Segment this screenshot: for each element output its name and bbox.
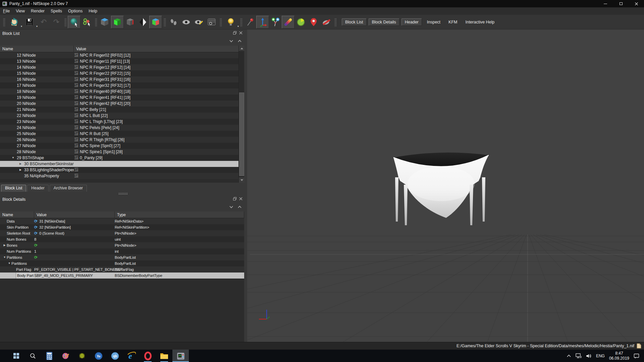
- show-bones-icon[interactable]: [282, 16, 294, 28]
- toolbar-handle[interactable]: [95, 18, 97, 26]
- save-file-icon[interactable]: ▾: [22, 16, 37, 28]
- scroll-up-button[interactable]: [239, 46, 245, 51]
- close-panel-icon[interactable]: [239, 31, 243, 35]
- dropdown-caret-icon[interactable]: ▾: [237, 25, 239, 28]
- block-list-row[interactable]: ▶30 BSDismemberSkinInstance: [0, 161, 244, 167]
- show-hidden-icon[interactable]: [180, 16, 193, 28]
- show-nodes-icon[interactable]: [269, 16, 282, 28]
- expand-icon[interactable]: ▶: [17, 161, 24, 167]
- expand-icon[interactable]: ▶: [2, 242, 7, 248]
- silhouette-icon[interactable]: [320, 16, 333, 28]
- detail-row[interactable]: ▼Partitions⟳BodyPartList: [0, 254, 244, 260]
- taskbar-qbittorrent-icon[interactable]: qb: [107, 350, 123, 362]
- chevron-down-icon[interactable]: [229, 40, 233, 43]
- block-list-row[interactable]: 20 NiNodeTxtNPC R Finger42 [RF42] [20]: [0, 101, 244, 107]
- detail-row[interactable]: Skeleton Root⟳0 (Scene Root)Ptr<NiNode>: [0, 230, 244, 236]
- collapse-icon[interactable]: ▼: [2, 254, 7, 260]
- open-file-icon[interactable]: ▾: [6, 16, 22, 28]
- view-flip-icon[interactable]: [137, 16, 149, 28]
- scroll-down-button[interactable]: [239, 177, 245, 183]
- language-indicator[interactable]: ENG: [596, 354, 605, 358]
- scroll-thumb[interactable]: [239, 93, 244, 176]
- toolbar-handle[interactable]: [163, 18, 166, 26]
- toolbar-button-inspect[interactable]: Inspect: [424, 19, 443, 25]
- block-list-row[interactable]: 15 NiNodeTxtNPC R Finger22 [RF22] [15]: [0, 70, 244, 76]
- column-header-name[interactable]: Name: [0, 46, 74, 52]
- block-list-row[interactable]: 22 NiNodeTxtNPC L Butt [22]: [0, 113, 244, 119]
- walk-mode-icon[interactable]: [167, 16, 180, 28]
- taskbar-opera-icon[interactable]: [140, 350, 156, 362]
- detail-row[interactable]: Part FlagPF_EDITOR_VISIBLE | PF_START_NE…: [0, 266, 244, 273]
- tab-header[interactable]: Header: [27, 185, 48, 192]
- viewport-3d[interactable]: [247, 29, 644, 342]
- detail-row[interactable]: Skin Partition⟳32 [NiSkinPartition]Ref<N…: [0, 224, 244, 230]
- redo-icon[interactable]: ↷: [50, 16, 63, 28]
- block-list-row[interactable]: 28 NiNodeTxtNPC Spine1 [Spn1] [28]: [0, 149, 244, 155]
- action-center-icon[interactable]: [634, 353, 639, 359]
- menu-item-options[interactable]: Options: [65, 7, 86, 15]
- view-top-icon[interactable]: [98, 16, 111, 28]
- toolbar-handle[interactable]: [64, 18, 66, 26]
- toolbar-button-block-list[interactable]: Block List: [342, 18, 367, 26]
- collapse-icon[interactable]: ▼: [9, 155, 17, 161]
- close-button[interactable]: [629, 0, 644, 7]
- start-button[interactable]: [8, 350, 24, 362]
- menu-item-help[interactable]: Help: [86, 7, 100, 15]
- detail-row[interactable]: Num Partitions1int: [0, 248, 244, 254]
- collapse-icon[interactable]: ▼: [7, 260, 11, 266]
- taskbar-internet-explorer-icon[interactable]: e: [123, 350, 140, 362]
- detail-row[interactable]: Data⟳31 [NiSkinData]Ref<NiSkinData>: [0, 218, 244, 224]
- block-list-row[interactable]: ▼29 BSTriShapeTxt0_Panty [29]: [0, 155, 244, 161]
- show-markers-icon[interactable]: [307, 16, 320, 28]
- restore-button[interactable]: [613, 0, 629, 7]
- show-axes-icon[interactable]: [256, 16, 269, 28]
- detail-row[interactable]: Num Bones8uint: [0, 236, 244, 242]
- block-list-row[interactable]: 17 NiNodeTxtNPC R Finger32 [RF32] [17]: [0, 82, 244, 88]
- panel-splitter-handle[interactable]: [118, 193, 128, 195]
- menu-item-spells[interactable]: Spells: [48, 7, 65, 15]
- pick-object-icon[interactable]: [68, 16, 80, 28]
- block-list-row[interactable]: 24 NiNodeTxtNPC Pelvis [Pelv] [24]: [0, 125, 244, 131]
- tray-chevron-up-icon[interactable]: [567, 354, 571, 358]
- tab-block-list[interactable]: Block List: [1, 185, 26, 192]
- toolbar-button-kfm[interactable]: KFM: [445, 19, 460, 25]
- taskbar-clock[interactable]: 8:47 06.09.2019: [609, 351, 629, 361]
- lighting-icon[interactable]: ▾: [223, 16, 238, 28]
- edit-visibility-icon[interactable]: [193, 16, 205, 28]
- float-panel-icon[interactable]: [233, 197, 236, 200]
- detail-row[interactable]: ▼PartitionsBodyPartList: [0, 260, 244, 266]
- panty-mesh[interactable]: [393, 153, 489, 225]
- taskbar-youcam-icon[interactable]: Yu: [90, 350, 107, 362]
- toolbar-handle[interactable]: [219, 18, 222, 26]
- pick-vertex-icon[interactable]: [80, 16, 93, 28]
- tab-archive-browser[interactable]: Archive Browser: [50, 185, 87, 192]
- column-header-value[interactable]: Value: [34, 212, 115, 218]
- taskbar-game-icon[interactable]: [74, 350, 90, 362]
- menu-item-view[interactable]: View: [13, 7, 28, 15]
- chevron-up-icon[interactable]: [237, 205, 242, 208]
- float-panel-icon[interactable]: [233, 31, 236, 35]
- block-list-row[interactable]: 21 NiNodeTxtNPC Belly [21]: [0, 107, 244, 113]
- chevron-down-icon[interactable]: [229, 205, 233, 208]
- taskbar-calculator-icon[interactable]: [41, 350, 57, 362]
- block-list-row[interactable]: 23 NiNodeTxtNPC L Thigh [LThg] [23]: [0, 119, 244, 125]
- menu-item-file[interactable]: File: [0, 7, 13, 15]
- animation-icon[interactable]: [294, 16, 307, 28]
- block-list-row[interactable]: 25 NiNodeTxtNPC R Butt [25]: [0, 131, 244, 137]
- block-list-scrollbar[interactable]: [238, 46, 244, 183]
- menu-item-render[interactable]: Render: [28, 7, 48, 15]
- toolbar-button-header[interactable]: Header: [401, 18, 422, 26]
- view-side-icon[interactable]: [124, 16, 137, 28]
- toolbar-handle[interactable]: [3, 18, 5, 26]
- block-list-row[interactable]: 18 NiNodeTxtNPC R Finger40 [RF40] [18]: [0, 88, 244, 95]
- block-list-row[interactable]: 26 NiNodeTxtNPC R Thigh [RThg] [26]: [0, 137, 244, 143]
- detail-row[interactable]: ▶Bones⟳Ptr<NiNode>: [0, 242, 244, 248]
- chevron-up-icon[interactable]: [237, 40, 242, 43]
- block-list-row[interactable]: ▶33 BSLightingShaderPropertyTxt: [0, 167, 244, 173]
- block-list-row[interactable]: 16 NiNodeTxtNPC R Finger31 [RF31] [16]: [0, 76, 244, 82]
- taskbar-file-explorer-icon[interactable]: [156, 350, 172, 362]
- block-list-row[interactable]: 35 NiAlphaPropertyTxt: [0, 173, 244, 179]
- taskbar-paint-icon[interactable]: [57, 350, 74, 362]
- view-perspective-icon[interactable]: [149, 16, 162, 28]
- taskbar-nifskope-icon[interactable]: [172, 350, 189, 362]
